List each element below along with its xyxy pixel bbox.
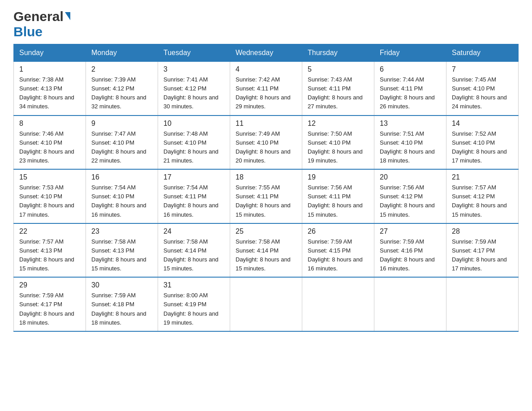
calendar-cell: 8Sunrise: 7:46 AMSunset: 4:10 PMDaylight… bbox=[14, 116, 86, 170]
day-number: 12 bbox=[308, 120, 369, 128]
calendar-cell: 12Sunrise: 7:50 AMSunset: 4:10 PMDayligh… bbox=[302, 116, 374, 170]
calendar-cell: 25Sunrise: 7:58 AMSunset: 4:14 PMDayligh… bbox=[230, 223, 302, 278]
weekday-sunday: Sunday bbox=[14, 44, 86, 62]
calendar-cell: 22Sunrise: 7:57 AMSunset: 4:13 PMDayligh… bbox=[14, 223, 86, 278]
day-number: 17 bbox=[163, 173, 224, 181]
day-number: 7 bbox=[452, 65, 513, 73]
calendar-cell: 23Sunrise: 7:58 AMSunset: 4:13 PMDayligh… bbox=[86, 223, 158, 278]
day-info: Sunrise: 7:45 AMSunset: 4:10 PMDaylight:… bbox=[452, 75, 513, 111]
day-number: 8 bbox=[19, 120, 80, 128]
day-info: Sunrise: 7:38 AMSunset: 4:13 PMDaylight:… bbox=[19, 75, 80, 111]
calendar-cell bbox=[446, 277, 519, 331]
day-info: Sunrise: 7:49 AMSunset: 4:10 PMDaylight:… bbox=[236, 129, 296, 166]
logo-blue-text: Blue bbox=[13, 24, 43, 39]
calendar-cell: 21Sunrise: 7:57 AMSunset: 4:12 PMDayligh… bbox=[446, 169, 519, 223]
calendar-week-3: 15Sunrise: 7:53 AMSunset: 4:10 PMDayligh… bbox=[14, 169, 519, 223]
calendar-cell: 29Sunrise: 7:59 AMSunset: 4:17 PMDayligh… bbox=[14, 277, 86, 331]
weekday-friday: Friday bbox=[374, 44, 446, 62]
day-number: 9 bbox=[91, 120, 152, 128]
weekday-wednesday: Wednesday bbox=[230, 44, 302, 62]
weekday-monday: Monday bbox=[86, 44, 158, 62]
day-number: 29 bbox=[19, 281, 80, 289]
weekday-header-row: SundayMondayTuesdayWednesdayThursdayFrid… bbox=[14, 44, 519, 62]
day-number: 26 bbox=[308, 227, 369, 235]
day-number: 2 bbox=[91, 65, 152, 73]
day-info: Sunrise: 7:59 AMSunset: 4:18 PMDaylight:… bbox=[91, 291, 152, 327]
day-info: Sunrise: 7:58 AMSunset: 4:14 PMDaylight:… bbox=[163, 237, 224, 274]
day-info: Sunrise: 7:52 AMSunset: 4:10 PMDaylight:… bbox=[452, 129, 513, 166]
day-info: Sunrise: 7:53 AMSunset: 4:10 PMDaylight:… bbox=[19, 183, 80, 219]
day-number: 15 bbox=[19, 173, 80, 181]
calendar-cell: 19Sunrise: 7:56 AMSunset: 4:11 PMDayligh… bbox=[302, 169, 374, 223]
day-number: 14 bbox=[452, 120, 513, 128]
weekday-thursday: Thursday bbox=[302, 44, 374, 62]
day-number: 10 bbox=[163, 120, 224, 128]
day-info: Sunrise: 7:47 AMSunset: 4:10 PMDaylight:… bbox=[91, 129, 152, 166]
day-number: 23 bbox=[91, 227, 152, 235]
calendar-cell: 26Sunrise: 7:59 AMSunset: 4:15 PMDayligh… bbox=[302, 223, 374, 278]
calendar-body: 1Sunrise: 7:38 AMSunset: 4:13 PMDaylight… bbox=[14, 62, 519, 331]
calendar-cell bbox=[230, 277, 302, 331]
calendar-week-5: 29Sunrise: 7:59 AMSunset: 4:17 PMDayligh… bbox=[14, 277, 519, 331]
day-info: Sunrise: 7:54 AMSunset: 4:10 PMDaylight:… bbox=[91, 183, 152, 219]
calendar-cell: 9Sunrise: 7:47 AMSunset: 4:10 PMDaylight… bbox=[86, 116, 158, 170]
calendar-cell: 6Sunrise: 7:44 AMSunset: 4:11 PMDaylight… bbox=[374, 62, 446, 116]
day-number: 5 bbox=[308, 65, 369, 73]
day-number: 20 bbox=[380, 173, 441, 181]
day-info: Sunrise: 7:58 AMSunset: 4:13 PMDaylight:… bbox=[91, 237, 152, 274]
day-info: Sunrise: 7:42 AMSunset: 4:11 PMDaylight:… bbox=[236, 75, 296, 111]
day-number: 11 bbox=[236, 120, 296, 128]
calendar-cell: 27Sunrise: 7:59 AMSunset: 4:16 PMDayligh… bbox=[374, 223, 446, 278]
day-info: Sunrise: 7:41 AMSunset: 4:12 PMDaylight:… bbox=[163, 75, 224, 111]
calendar-cell bbox=[374, 277, 446, 331]
logo-general-text: General bbox=[13, 9, 64, 24]
day-number: 24 bbox=[163, 227, 224, 235]
calendar-week-4: 22Sunrise: 7:57 AMSunset: 4:13 PMDayligh… bbox=[14, 223, 519, 278]
day-info: Sunrise: 7:57 AMSunset: 4:13 PMDaylight:… bbox=[19, 237, 80, 274]
calendar-cell: 17Sunrise: 7:54 AMSunset: 4:11 PMDayligh… bbox=[158, 169, 230, 223]
calendar-cell: 11Sunrise: 7:49 AMSunset: 4:10 PMDayligh… bbox=[230, 116, 302, 170]
day-number: 1 bbox=[19, 65, 80, 73]
calendar-cell: 14Sunrise: 7:52 AMSunset: 4:10 PMDayligh… bbox=[446, 116, 519, 170]
day-info: Sunrise: 8:00 AMSunset: 4:19 PMDaylight:… bbox=[163, 291, 224, 327]
calendar-cell: 18Sunrise: 7:55 AMSunset: 4:11 PMDayligh… bbox=[230, 169, 302, 223]
day-number: 6 bbox=[380, 65, 441, 73]
day-number: 21 bbox=[452, 173, 513, 181]
calendar-cell: 24Sunrise: 7:58 AMSunset: 4:14 PMDayligh… bbox=[158, 223, 230, 278]
day-number: 3 bbox=[163, 65, 224, 73]
calendar-week-1: 1Sunrise: 7:38 AMSunset: 4:13 PMDaylight… bbox=[14, 62, 519, 116]
day-number: 19 bbox=[308, 173, 369, 181]
day-info: Sunrise: 7:48 AMSunset: 4:10 PMDaylight:… bbox=[163, 129, 224, 166]
day-number: 25 bbox=[236, 227, 296, 235]
day-info: Sunrise: 7:50 AMSunset: 4:10 PMDaylight:… bbox=[308, 129, 369, 166]
day-info: Sunrise: 7:39 AMSunset: 4:12 PMDaylight:… bbox=[91, 75, 152, 111]
day-number: 16 bbox=[91, 173, 152, 181]
calendar-table: SundayMondayTuesdayWednesdayThursdayFrid… bbox=[13, 44, 519, 332]
day-info: Sunrise: 7:56 AMSunset: 4:12 PMDaylight:… bbox=[380, 183, 441, 219]
calendar-cell: 7Sunrise: 7:45 AMSunset: 4:10 PMDaylight… bbox=[446, 62, 519, 116]
calendar-cell: 13Sunrise: 7:51 AMSunset: 4:10 PMDayligh… bbox=[374, 116, 446, 170]
weekday-saturday: Saturday bbox=[446, 44, 519, 62]
day-number: 30 bbox=[91, 281, 152, 289]
calendar-cell: 3Sunrise: 7:41 AMSunset: 4:12 PMDaylight… bbox=[158, 62, 230, 116]
logo: General Blue bbox=[13, 9, 70, 39]
calendar-cell: 1Sunrise: 7:38 AMSunset: 4:13 PMDaylight… bbox=[14, 62, 86, 116]
day-info: Sunrise: 7:43 AMSunset: 4:11 PMDaylight:… bbox=[308, 75, 369, 111]
calendar-cell: 31Sunrise: 8:00 AMSunset: 4:19 PMDayligh… bbox=[158, 277, 230, 331]
calendar-cell: 10Sunrise: 7:48 AMSunset: 4:10 PMDayligh… bbox=[158, 116, 230, 170]
calendar-cell: 5Sunrise: 7:43 AMSunset: 4:11 PMDaylight… bbox=[302, 62, 374, 116]
day-info: Sunrise: 7:56 AMSunset: 4:11 PMDaylight:… bbox=[308, 183, 369, 219]
day-number: 27 bbox=[380, 227, 441, 235]
day-number: 13 bbox=[380, 120, 441, 128]
day-number: 22 bbox=[19, 227, 80, 235]
day-info: Sunrise: 7:59 AMSunset: 4:16 PMDaylight:… bbox=[380, 237, 441, 274]
calendar-cell: 28Sunrise: 7:59 AMSunset: 4:17 PMDayligh… bbox=[446, 223, 519, 278]
calendar-cell: 15Sunrise: 7:53 AMSunset: 4:10 PMDayligh… bbox=[14, 169, 86, 223]
day-info: Sunrise: 7:59 AMSunset: 4:15 PMDaylight:… bbox=[308, 237, 369, 274]
day-number: 28 bbox=[452, 227, 513, 235]
calendar-cell: 2Sunrise: 7:39 AMSunset: 4:12 PMDaylight… bbox=[86, 62, 158, 116]
calendar-cell bbox=[302, 277, 374, 331]
calendar-cell: 30Sunrise: 7:59 AMSunset: 4:18 PMDayligh… bbox=[86, 277, 158, 331]
calendar-cell: 16Sunrise: 7:54 AMSunset: 4:10 PMDayligh… bbox=[86, 169, 158, 223]
calendar-week-2: 8Sunrise: 7:46 AMSunset: 4:10 PMDaylight… bbox=[14, 116, 519, 170]
